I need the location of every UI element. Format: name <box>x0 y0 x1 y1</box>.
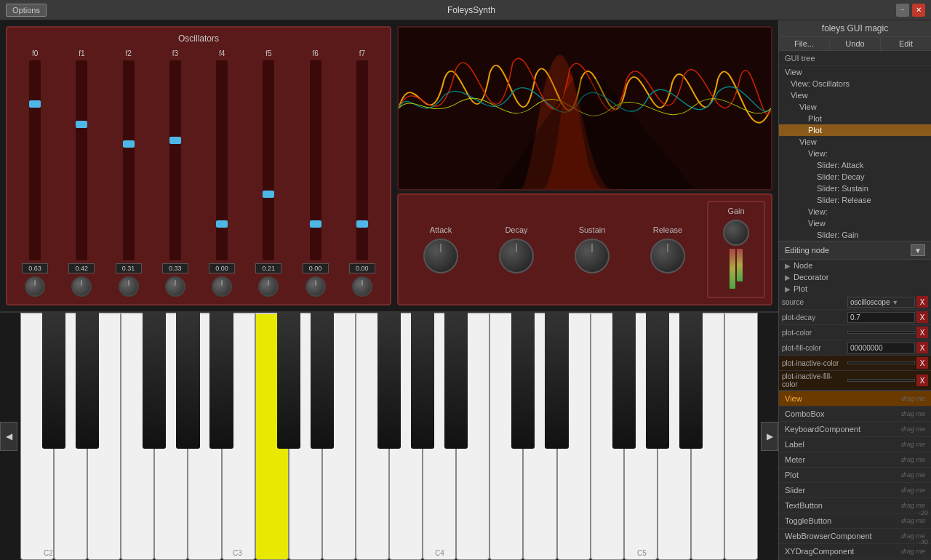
palette-item-xydragcomponent[interactable]: XYDragComponentdrag me <box>779 544 931 559</box>
osc-thumb-f0 <box>29 100 41 108</box>
tree-item-4[interactable]: Plot <box>779 113 931 124</box>
tree-item-6[interactable]: View <box>779 136 931 148</box>
node-type-decorator[interactable]: ▶Decorator <box>779 271 931 283</box>
edit-button[interactable]: Edit <box>881 37 931 50</box>
prop-name-plot-inactive-fill-color: plot-inactive-fill-color <box>782 372 847 388</box>
black-key-btn-2-0[interactable] <box>42 313 65 449</box>
prop-value-plot-inactive-color[interactable] <box>847 361 915 364</box>
node-type-node[interactable]: ▶Node <box>779 260 931 271</box>
gain-knob[interactable] <box>723 220 749 246</box>
black-key-btn-4-5[interactable] <box>679 313 703 449</box>
osc-knob-f4[interactable] <box>212 276 232 297</box>
file-button[interactable]: File... <box>779 37 830 50</box>
palette-label: ToggleButton <box>785 516 831 525</box>
osc-knob-f0[interactable] <box>25 276 45 297</box>
prop-x-btn-source[interactable]: X <box>916 296 928 308</box>
black-key-btn-2-4[interactable] <box>176 313 199 449</box>
close-button[interactable]: ✕ <box>912 4 925 17</box>
tree-item-2[interactable]: View <box>779 89 931 101</box>
osc-knob-f2[interactable] <box>119 276 139 297</box>
tree-item-0[interactable]: View <box>779 66 931 78</box>
editing-node-header: Editing node ▼ <box>779 241 931 260</box>
black-key-btn-4-0[interactable] <box>511 313 535 449</box>
palette-label: Plot <box>785 471 799 479</box>
osc-knob-f6[interactable] <box>305 276 326 297</box>
sustain-knob[interactable] <box>575 239 610 273</box>
black-key-4-0 <box>511 313 535 449</box>
prop-value-plot-decay[interactable]: 0.7 <box>847 312 915 323</box>
palette-item-keyboardcomponent[interactable]: KeyboardComponentdrag me <box>779 422 931 437</box>
tree-item-14[interactable]: Slider: Gain <box>779 229 931 241</box>
black-key-btn-2-3[interactable] <box>143 313 166 449</box>
prop-value-source[interactable]: oscilloscope ▼ <box>847 297 915 308</box>
undo-button[interactable]: Undo <box>830 37 881 50</box>
osc-knob-f1[interactable] <box>71 276 92 297</box>
prop-value-plot-inactive-fill-color[interactable] <box>847 379 915 382</box>
black-key-btn-4-3[interactable] <box>612 313 636 449</box>
editing-node-dropdown-btn[interactable]: ▼ <box>911 244 925 256</box>
drag-me-label: drag me <box>901 441 925 448</box>
minimize-button[interactable]: − <box>896 4 909 17</box>
decay-knob[interactable] <box>499 239 534 273</box>
black-key-btn-2-1[interactable] <box>76 313 99 449</box>
attack-label: Attack <box>430 225 452 234</box>
black-key-btn-4-1[interactable] <box>545 313 568 449</box>
osc-label-f2: f2 <box>125 49 131 57</box>
osc-slider-f7[interactable] <box>356 60 368 260</box>
prop-value-plot-fill-color[interactable]: 00000000 <box>847 343 915 353</box>
node-types: ▶Node▶Decorator▶Plot <box>779 260 931 295</box>
osc-knob-f5[interactable] <box>258 276 279 297</box>
tree-item-12[interactable]: View: <box>779 206 931 217</box>
prop-x-btn-plot-decay[interactable]: X <box>916 311 928 323</box>
keyboard-right-arrow[interactable]: ▶ <box>761 422 778 451</box>
osc-label-f5: f5 <box>265 49 271 57</box>
db-scale: -20 -30 <box>919 509 928 545</box>
osc-slider-f3[interactable] <box>169 60 181 260</box>
black-key-btn-3-0[interactable] <box>277 313 300 449</box>
black-key-btn-4-4[interactable] <box>646 313 669 449</box>
palette-item-combobox[interactable]: ComboBoxdrag me <box>779 407 931 422</box>
palette-item-meter[interactable]: Meterdrag me <box>779 452 931 468</box>
tree-item-9[interactable]: Slider: Decay <box>779 171 931 183</box>
prop-x-btn-plot-fill-color[interactable]: X <box>916 342 928 353</box>
tree-item-7[interactable]: View: <box>779 148 931 159</box>
osc-knob-f3[interactable] <box>165 276 185 297</box>
tree-item-13[interactable]: View <box>779 217 931 229</box>
palette-item-slider[interactable]: Sliderdrag me <box>779 483 931 498</box>
black-key-btn-2-5[interactable] <box>209 313 233 449</box>
osc-slider-f0[interactable] <box>29 60 41 260</box>
white-key-C5[interactable] <box>724 313 758 560</box>
osc-slider-f6[interactable] <box>310 60 321 260</box>
attack-knob[interactable] <box>423 239 458 273</box>
osc-slider-f5[interactable] <box>263 60 274 260</box>
options-button[interactable]: Options <box>6 4 47 17</box>
tree-item-3[interactable]: View <box>779 101 931 113</box>
tree-item-8[interactable]: Slider: Attack <box>779 159 931 171</box>
release-knob[interactable] <box>650 239 685 273</box>
osc-value-f6: 0.00 <box>303 263 329 273</box>
black-key-btn-3-3[interactable] <box>377 313 401 449</box>
tree-item-5[interactable]: Plot <box>779 124 931 136</box>
osc-slider-f2[interactable] <box>123 60 135 260</box>
black-key-btn-3-4[interactable] <box>411 313 434 449</box>
palette-item-togglebutton[interactable]: ToggleButtondrag me <box>779 513 931 529</box>
node-type-plot[interactable]: ▶Plot <box>779 283 931 295</box>
osc-slider-f4[interactable] <box>216 60 228 260</box>
palette-item-textbutton[interactable]: TextButtondrag me <box>779 498 931 513</box>
osc-knob-f7[interactable] <box>352 276 372 297</box>
keyboard-left-arrow[interactable]: ◀ <box>0 422 17 451</box>
prop-value-plot-color[interactable] <box>847 331 915 334</box>
tree-item-11[interactable]: Slider: Release <box>779 194 931 206</box>
tree-item-1[interactable]: View: Oscillators <box>779 78 931 89</box>
black-key-btn-3-1[interactable] <box>311 313 334 449</box>
palette-item-label[interactable]: Labeldrag me <box>779 437 931 452</box>
palette-item-plot[interactable]: Plotdrag me <box>779 468 931 483</box>
black-key-btn-3-5[interactable] <box>444 313 468 449</box>
tree-item-10[interactable]: Slider: Sustain <box>779 183 931 194</box>
palette-item-webbrowsercomponent[interactable]: WebBrowserComponentdrag me <box>779 529 931 544</box>
palette-item-view[interactable]: Viewdrag me <box>779 391 931 407</box>
prop-x-btn-plot-inactive-fill-color[interactable]: X <box>916 375 928 386</box>
prop-x-btn-plot-color[interactable]: X <box>916 327 928 338</box>
osc-slider-f1[interactable] <box>76 60 87 260</box>
prop-x-btn-plot-inactive-color[interactable]: X <box>916 357 928 369</box>
